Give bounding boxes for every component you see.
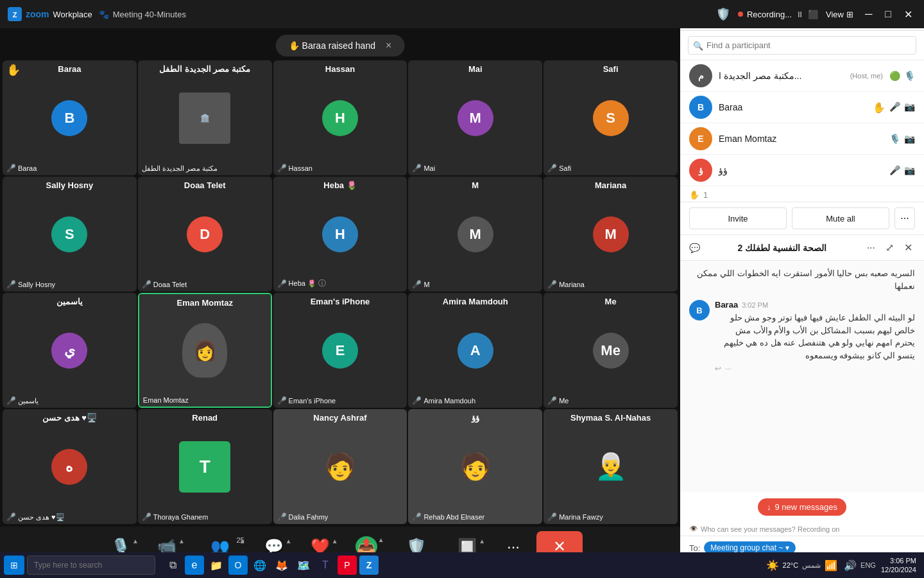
- video-cell-amira[interactable]: Amira Mamdouh A 🎤 Amira Mamdouh: [408, 293, 542, 408]
- avatar: M: [593, 216, 629, 252]
- mic-off-icon: 🎤: [277, 512, 287, 521]
- mic-off-icon: 🎤: [6, 164, 16, 173]
- participant-item-eman: E Eman Momtaz 🎙️ 📷: [680, 123, 924, 155]
- taskbar-app-task-view[interactable]: ⧉: [163, 556, 182, 575]
- avatar: S: [593, 100, 629, 136]
- invite-button[interactable]: Invite: [689, 207, 787, 229]
- video-cell-heba[interactable]: Heba 🌷 H 🎤 Heba 🌷 ⓘ: [273, 177, 407, 292]
- mic-off-icon: 🎤: [6, 396, 16, 405]
- teams-icon: T: [322, 559, 329, 571]
- participant-name: ؤؤ: [408, 413, 542, 423]
- video-cell-m[interactable]: M M 🎤 M: [408, 177, 542, 292]
- avatar: H: [322, 100, 358, 136]
- mute-all-button[interactable]: Mute all: [792, 207, 889, 229]
- video-cell-mai[interactable]: Mai M 🎤 Mai: [408, 60, 542, 175]
- taskbar-app-zoom[interactable]: Z: [359, 556, 379, 575]
- participant-name: ؤؤ: [719, 165, 883, 175]
- participant-icons: 🟢 🎙️: [889, 71, 915, 81]
- video-grid: ✋ Baraa B 🎤 Baraa مكتبة مصر الجديدة الطف…: [0, 28, 680, 527]
- participant-item-host: م مكتبة مصر الجديدة ا... (Host, me) 🟢 🎙️: [680, 60, 924, 92]
- start-button[interactable]: ⊞: [4, 556, 24, 575]
- video-cell-hoda[interactable]: هدى حسن ♥️🖥️ ه 🎤 هدى حسن ♥️🖥️: [3, 409, 137, 524]
- audio-arrow: ▲: [132, 538, 139, 545]
- taskbar-app-edge[interactable]: e: [185, 556, 204, 575]
- hand-icon: ✋: [873, 101, 886, 114]
- taskbar-app-teams[interactable]: T: [316, 556, 335, 575]
- top-bar-left: Z zoom Workplace 🐾 Meeting 40-Minutes: [8, 7, 186, 21]
- video-cell-yasmine[interactable]: ياسمين ي 🎤 ياسمين: [3, 293, 137, 408]
- participant-label: مكتبة مصر الجديدة الطفل: [142, 164, 218, 173]
- taskbar-app-firefox[interactable]: 🦊: [272, 556, 291, 575]
- mic-off-icon: 🎤: [277, 164, 287, 173]
- taskbar-app-pinterest[interactable]: P: [338, 556, 357, 575]
- avatar: A: [458, 333, 493, 369]
- close-notification-button[interactable]: ×: [386, 40, 391, 51]
- participant-label: 🎤 Safi: [547, 164, 571, 173]
- search-input[interactable]: [688, 36, 916, 55]
- video-cell-hassan[interactable]: Hassan H 🎤 Hassan: [273, 60, 407, 175]
- search-wrap: 🔍: [688, 36, 916, 55]
- mic-off-icon: 🎤: [277, 279, 287, 288]
- chat-bubble: Baraa 3:02 PM لو البيئه الي الطفل عايش ف…: [715, 300, 915, 373]
- minimize-button[interactable]: ─: [861, 7, 876, 22]
- label-text: Safi: [559, 164, 571, 172]
- chat-text: السريه صعبه بس حاليا الأمور استقرت ايه ا…: [689, 267, 915, 292]
- label-text: Doaa Telet: [153, 281, 187, 288]
- video-cell-sally[interactable]: Sally Hosny S 🎤 Sally Hosny: [3, 177, 137, 292]
- recording-button[interactable]: Recording... ⏸ ⬛: [738, 10, 818, 19]
- more-options-button[interactable]: ···: [894, 207, 915, 229]
- new-messages-container: ↓ 9 new messages: [680, 492, 924, 522]
- chat-expand-button[interactable]: ⤢: [883, 240, 896, 255]
- video-cell-oo[interactable]: ؤؤ 🧑 🎤 Rehab Abd Elnaser: [408, 409, 542, 524]
- video-cell-emans-iphone[interactable]: Eman's iPhone E 🎤 Eman's iPhone: [273, 293, 407, 408]
- mic-off-icon: 🎤: [547, 164, 557, 173]
- taskbar-search[interactable]: [27, 556, 155, 575]
- video-cell-nancy[interactable]: Nancy Ashraf 🧑 🎤 Dalia Fahmy: [273, 409, 407, 524]
- chat-timestamp: 3:02 PM: [742, 301, 768, 309]
- participant-label: 🎤 Thoraya Ghanem: [142, 512, 209, 521]
- visibility-text: Who can see your messages? Recording on: [701, 525, 839, 533]
- new-messages-badge[interactable]: ↓ 9 new messages: [758, 498, 846, 516]
- mic-icon: 🎙️: [904, 71, 915, 81]
- top-bar-right: 🛡️ Recording... ⏸ ⬛ View ⊞ ─ □ ✕: [716, 7, 916, 22]
- label-text: Heba 🌷: [289, 279, 316, 288]
- video-cell-mariana[interactable]: Mariana M 🎤 Mariana: [543, 177, 678, 292]
- raised-hand-notification: ✋ Baraa raised hand ×: [276, 35, 405, 57]
- chat-arrow: ▲: [286, 538, 292, 545]
- mic-off-icon: 🎤: [412, 512, 422, 521]
- video-cell-renad[interactable]: Renad T 🎤 Thoraya Ghanem: [138, 409, 272, 524]
- taskbar-app-maps[interactable]: 🗺️: [294, 556, 313, 575]
- taskbar-app-folder[interactable]: 📁: [207, 556, 226, 575]
- maximize-button[interactable]: □: [881, 7, 895, 22]
- raised-hand-text: ✋ Baraa raised hand: [289, 40, 375, 51]
- video-cell-safi[interactable]: Safi S 🎤 Safi: [543, 60, 678, 175]
- video-cell-shymaa[interactable]: Shymaa S. Al-Nahas 👨‍🦳 🎤 Marina Fawzy: [543, 409, 678, 524]
- mic-off-icon: 🎤: [142, 280, 151, 289]
- video-cell-eman-momtaz[interactable]: Eman Momtaz 👩 Eman Momtaz: [138, 293, 272, 408]
- participant-name: هدى حسن ♥️🖥️: [3, 413, 137, 423]
- chevron-down-icon: ▾: [785, 543, 789, 552]
- avatar: ه: [51, 449, 87, 485]
- close-button[interactable]: ✕: [900, 7, 916, 22]
- taskbar-app-chrome[interactable]: 🌐: [250, 556, 270, 575]
- label-text: Mai: [424, 164, 435, 172]
- chat-more-button[interactable]: ···: [864, 240, 878, 255]
- avatar: S: [51, 216, 87, 252]
- participant-name: Eman's iPhone: [273, 297, 407, 306]
- video-cell-doaa[interactable]: Doaa Telet D 🎤 Doaa Telet: [138, 177, 272, 292]
- chat-header: 💬 الصحة النفسية لطفلك 2 ··· ⤢ ✕: [680, 235, 924, 261]
- video-cell-library[interactable]: مكتبة مصر الجديدة الطفل 🏛️ مكتبة مصر الج…: [138, 60, 272, 175]
- video-cell-baraa[interactable]: ✋ Baraa B 🎤 Baraa: [3, 60, 137, 175]
- volume-icon: 🔊: [841, 558, 859, 573]
- taskbar-app-outlook[interactable]: O: [228, 556, 248, 575]
- mic-icon: 🎙️: [889, 134, 900, 144]
- view-button[interactable]: View ⊞: [826, 10, 853, 19]
- chat-close-button[interactable]: ✕: [902, 240, 915, 255]
- more-icon: ···: [725, 364, 732, 373]
- video-cell-me[interactable]: Me Me 🎤 Me: [543, 293, 678, 408]
- more-count: 1: [703, 190, 708, 200]
- chrome-icon: 🌐: [253, 559, 266, 572]
- label-text: مكتبة مصر الجديدة الطفل: [142, 164, 218, 173]
- label-text: Eman Momtaz: [143, 396, 189, 404]
- participant-label: 🎤 هدى حسن ♥️🖥️: [6, 512, 65, 521]
